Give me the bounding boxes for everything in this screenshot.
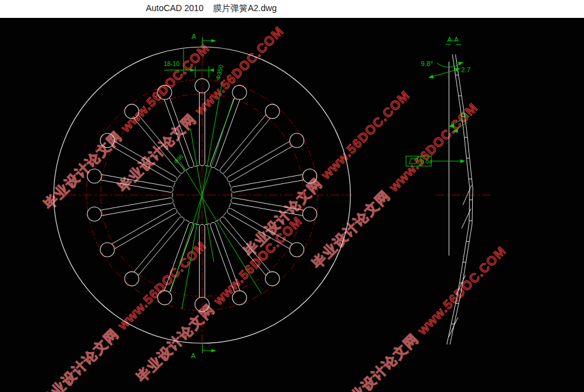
side-view xyxy=(436,54,491,344)
section-label-bottom: A xyxy=(191,352,196,359)
dim-diameter-outer: Φ350 xyxy=(214,64,224,81)
side-view-details xyxy=(449,185,472,337)
leader-line xyxy=(454,122,467,131)
section-arrow-top xyxy=(211,40,216,43)
section-arrow-bottom xyxy=(211,349,216,352)
dim-arrow xyxy=(209,69,214,72)
autocad-window: AutoCAD 2010 膜片弹簧A2.dwg 毕业设计论文网www.56DOC… xyxy=(0,0,584,392)
dim-arrow xyxy=(190,69,195,72)
dim-arrow xyxy=(449,123,454,128)
front-view-annotations: A A 18-10 Φ350 Φ96 xyxy=(164,33,261,359)
section-label-top: A xyxy=(192,33,197,40)
side-view-annotations: A-A 9.8° 2.7 15° xyxy=(406,36,470,166)
title-bar[interactable]: AutoCAD 2010 膜片弹簧A2.dwg xyxy=(0,0,584,18)
dim-cone-angle: 9.8° xyxy=(421,60,433,67)
flatness-icon xyxy=(409,159,418,164)
section-view-title: A-A xyxy=(447,36,459,43)
diameter-line xyxy=(180,162,261,294)
document-title: 膜片弹簧A2.dwg xyxy=(213,3,277,14)
drawing-canvas[interactable]: 毕业设计论文网www.56DOC.COM 毕业设计论文网www.56DOC.CO… xyxy=(0,18,584,392)
dim-arrow xyxy=(460,159,465,163)
cad-drawing: A A 18-10 Φ350 Φ96 xyxy=(0,18,584,392)
finger-edge-lines xyxy=(449,185,472,337)
dim-hole-pattern: 18-10 xyxy=(164,60,180,67)
dim-thickness: 2.7 xyxy=(461,66,470,73)
dim-diameter-inner: Φ96 xyxy=(172,153,184,165)
dim-arrow xyxy=(428,75,434,78)
dim-arrow xyxy=(452,128,458,133)
thickness-line xyxy=(430,69,459,77)
app-title: AutoCAD 2010 xyxy=(146,3,203,13)
tolerance-value: 0.04 xyxy=(421,158,433,165)
